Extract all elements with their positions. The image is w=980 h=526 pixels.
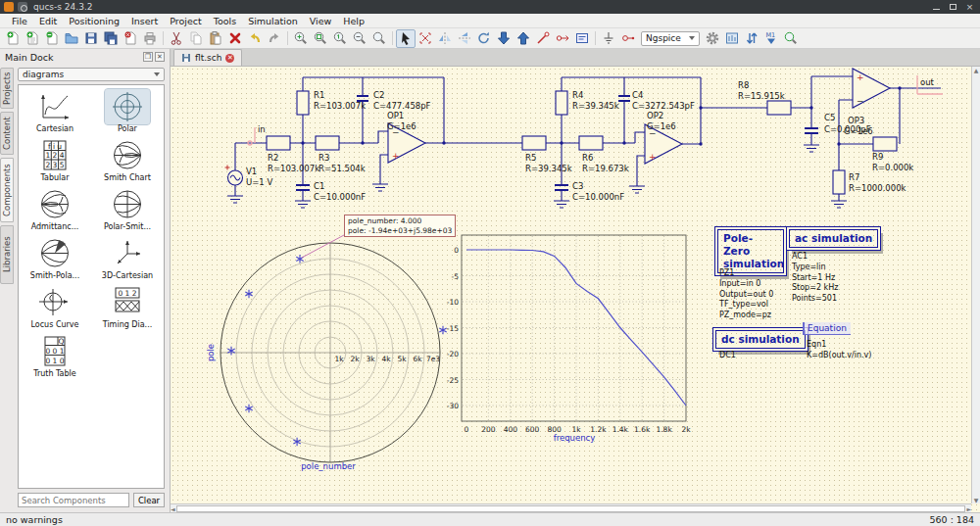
- tab-libraries[interactable]: Libraries: [0, 225, 14, 284]
- undo-button[interactable]: [245, 29, 265, 48]
- cut-button[interactable]: [167, 29, 186, 48]
- new-text-document-button[interactable]: [23, 29, 42, 48]
- diagram-item-smith-chart[interactable]: Smith Chart: [91, 138, 164, 182]
- diagram-item-truth-table[interactable]: Q0 0 10 1 0 Truth Table: [19, 334, 91, 378]
- zoom-area-button[interactable]: [781, 29, 801, 48]
- capacitor-C3[interactable]: C3C=10.000nF: [555, 181, 624, 202]
- resistor-R2[interactable]: R2R=103.007k: [267, 136, 319, 173]
- tab-content[interactable]: Content: [0, 112, 14, 155]
- save-button[interactable]: [81, 29, 101, 48]
- redo-button[interactable]: [265, 29, 284, 48]
- maximize-button[interactable]: [947, 2, 959, 13]
- ac-simulation-block[interactable]: ac simulation: [789, 229, 878, 248]
- menu-project[interactable]: Project: [164, 16, 208, 26]
- frequency-response-diagram[interactable]: 02004006008001k1.2k1.4k1.6k1.8k2k0-5-10-…: [447, 235, 691, 443]
- diagram-item-3d-cartesian[interactable]: 3D-Cartesian: [91, 236, 164, 280]
- menu-positioning[interactable]: Positioning: [63, 16, 125, 26]
- zoom-in-button[interactable]: [291, 29, 311, 48]
- menu-insert[interactable]: Insert: [125, 16, 164, 26]
- insert-equation-button[interactable]: [572, 29, 592, 48]
- schematic-canvas[interactable]: V1 U=1 V R1R=103.007k R2R=103.007k R3R=5…: [171, 67, 980, 512]
- pole-zero-simulation-block[interactable]: Pole-Zero simulation: [717, 229, 784, 273]
- go-up-button[interactable]: [514, 29, 533, 48]
- source-V1[interactable]: V1 U=1 V: [225, 166, 273, 188]
- menu-view[interactable]: View: [304, 16, 338, 26]
- zoom-out-button[interactable]: [350, 29, 369, 48]
- open-document-button[interactable]: [42, 29, 62, 48]
- wire-label-button[interactable]: [533, 29, 553, 48]
- diagram-item-admittance-smith[interactable]: Admittanc...: [19, 187, 91, 231]
- clear-search-button[interactable]: Clear: [133, 493, 165, 507]
- vertical-scrollbar[interactable]: ▲▼: [971, 67, 980, 503]
- dc-simulation-block[interactable]: dc simulation: [715, 330, 806, 349]
- menu-simulation[interactable]: Simulation: [242, 16, 304, 26]
- capacitor-C1[interactable]: C1C=10.000nF: [296, 181, 366, 202]
- tab-components[interactable]: Components: [0, 158, 14, 222]
- diagram-item-cartesian[interactable]: Cartesian: [19, 89, 91, 133]
- zoom-button[interactable]: [369, 29, 389, 48]
- paste-button[interactable]: [206, 29, 225, 48]
- category-select[interactable]: diagrams: [18, 68, 165, 81]
- capacitor-C2[interactable]: C2C=477.458pF: [357, 90, 431, 111]
- delete-button[interactable]: [225, 29, 245, 48]
- insert-port-button[interactable]: [553, 29, 572, 48]
- search-components-input[interactable]: [18, 493, 129, 507]
- set-marker-button[interactable]: M1: [761, 29, 781, 48]
- mirror-x-button[interactable]: [455, 29, 474, 48]
- opamp-OP1[interactable]: −+ OP1 G=1e6: [387, 111, 425, 163]
- zoom-100-button[interactable]: [330, 29, 350, 48]
- diagram-item-timing-diagram[interactable]: 0 1 2 Timing Dia...: [91, 285, 164, 329]
- resistor-R6[interactable]: R6R=19.673k: [579, 136, 629, 173]
- simulation-settings-button[interactable]: [703, 29, 722, 48]
- open-folder-button[interactable]: [62, 29, 81, 48]
- capacitor-C4[interactable]: C4C=3272.543pF: [618, 90, 695, 111]
- resistor-R7[interactable]: R7R=1000.000k: [833, 170, 906, 194]
- resistor-R9[interactable]: R9R=0.000k: [872, 137, 913, 172]
- diagram-item-smith-polar[interactable]: Smith-Pola...: [19, 236, 91, 280]
- diagram-item-tabular[interactable]: f i u1 2 42 3 5 Tabular: [19, 138, 91, 182]
- tab-close-icon[interactable]: ✕: [225, 54, 234, 63]
- port-out[interactable]: out: [917, 75, 943, 94]
- menu-file[interactable]: File: [6, 16, 33, 26]
- polar-diagram[interactable]: pole pole_number 1k2k3k4k5k6k7e3: [206, 235, 447, 471]
- dock-close-button[interactable]: ✕: [155, 52, 165, 62]
- rotate-button[interactable]: [474, 29, 494, 48]
- menu-tools[interactable]: Tools: [208, 16, 242, 26]
- copy-button[interactable]: [186, 29, 206, 48]
- diagram-item-polar-smith[interactable]: Polar-Smit...: [91, 187, 164, 231]
- resistor-R4[interactable]: R4R=39.345k: [556, 90, 619, 115]
- tab-flt-sch[interactable]: flt.sch ✕: [173, 49, 242, 66]
- new-schematic-button[interactable]: [3, 29, 23, 48]
- resistor-R5[interactable]: R5R=39.345k: [522, 136, 572, 173]
- insert-ground-button[interactable]: [599, 29, 618, 48]
- mirror-y-button[interactable]: [435, 29, 455, 48]
- exchange-button[interactable]: [742, 29, 761, 48]
- horizontal-scrollbar[interactable]: ◄►: [171, 503, 971, 512]
- close-document-button[interactable]: [121, 29, 140, 48]
- close-button[interactable]: ×: [963, 2, 976, 13]
- dock-float-button[interactable]: ❐: [143, 52, 153, 62]
- resistor-R8[interactable]: R8R=15.915k: [738, 80, 791, 115]
- save-all-button[interactable]: [101, 29, 121, 48]
- menu-help[interactable]: Help: [337, 16, 370, 26]
- resistor-R3[interactable]: R3R=51.504k: [316, 136, 366, 173]
- dot-display-button[interactable]: [722, 29, 742, 48]
- menu-edit[interactable]: Edit: [33, 16, 63, 26]
- equation-block[interactable]: Equation: [803, 322, 851, 335]
- minimize-button[interactable]: [930, 2, 943, 13]
- diagram-item-polar[interactable]: Polar: [91, 89, 164, 133]
- tab-projects[interactable]: Projects: [0, 68, 14, 109]
- opamp-OP2[interactable]: −+ OP2 G=1e6: [645, 111, 682, 164]
- select-button[interactable]: [396, 29, 416, 48]
- go-down-button[interactable]: [494, 29, 514, 48]
- scroll-thumb[interactable]: [176, 505, 966, 512]
- insert-port2-button[interactable]: [618, 29, 638, 48]
- resistor-R1[interactable]: R1R=103.007k: [297, 90, 366, 115]
- port-in[interactable]: in: [248, 124, 266, 145]
- print-button[interactable]: [140, 29, 160, 48]
- simulator-select[interactable]: Ngspice: [641, 31, 700, 46]
- deactivate-button[interactable]: [416, 29, 435, 48]
- zoom-fit-button[interactable]: [311, 29, 330, 48]
- opamp-OP3[interactable]: +− OP3 G=1e6: [844, 69, 890, 136]
- diagram-item-locus-curve[interactable]: Locus Curve: [19, 285, 91, 329]
